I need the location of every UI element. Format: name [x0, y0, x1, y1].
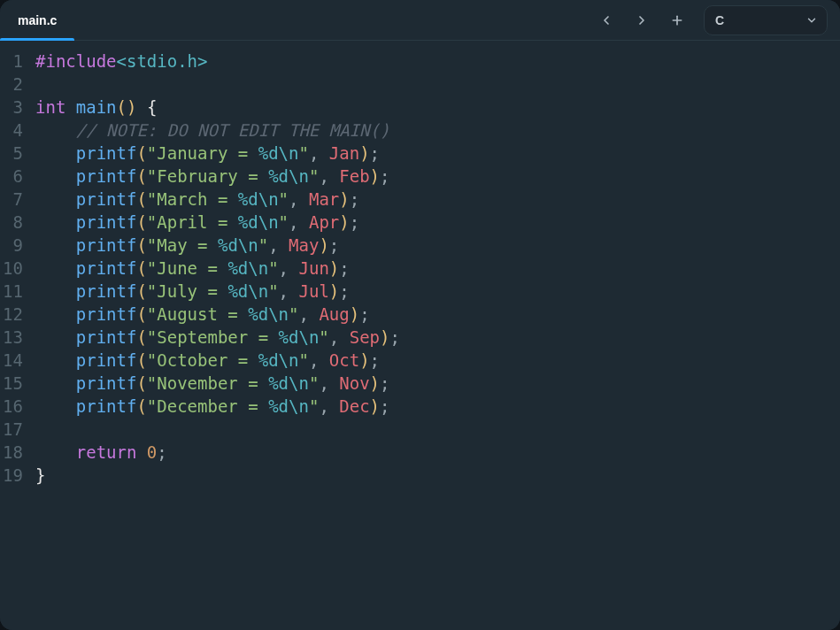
new-file-button[interactable] — [663, 6, 691, 35]
line-content[interactable]: // NOTE: DO NOT EDIT THE MAIN() — [30, 119, 389, 142]
code-line[interactable]: 5 printf("January = %d\n", Jan); — [0, 142, 829, 165]
tab-label: main.c — [18, 13, 57, 27]
code-line[interactable]: 2 — [0, 73, 829, 96]
line-number: 5 — [0, 142, 30, 165]
line-number: 12 — [0, 303, 30, 326]
nav-prev-button[interactable] — [592, 6, 620, 35]
code-line[interactable]: 4 // NOTE: DO NOT EDIT THE MAIN() — [0, 119, 829, 142]
line-content[interactable]: printf("February = %d\n", Feb); — [30, 165, 390, 188]
code-line[interactable]: 19} — [0, 464, 829, 487]
code-line[interactable]: 7 printf("March = %d\n", Mar); — [0, 188, 829, 211]
code-area[interactable]: 1#include<stdio.h>2 3int main() {4 // NO… — [0, 41, 840, 630]
code-line[interactable]: 18 return 0; — [0, 441, 829, 464]
language-select[interactable]: C — [704, 5, 828, 35]
line-content[interactable]: printf("November = %d\n", Nov); — [30, 372, 390, 395]
code-line[interactable]: 15 printf("November = %d\n", Nov); — [0, 372, 829, 395]
code-line[interactable]: 6 printf("February = %d\n", Feb); — [0, 165, 829, 188]
editor-topbar: main.c C — [0, 0, 840, 41]
line-number: 14 — [0, 349, 30, 372]
line-content[interactable]: return 0; — [30, 441, 167, 464]
code-line[interactable]: 17 — [0, 418, 829, 441]
line-content[interactable]: int main() { — [30, 96, 157, 119]
code-line[interactable]: 10 printf("June = %d\n", Jun); — [0, 257, 829, 280]
line-number: 10 — [0, 257, 30, 280]
nav-next-button[interactable] — [628, 6, 656, 35]
line-content[interactable]: printf("December = %d\n", Dec); — [30, 395, 390, 418]
file-tab-main-c[interactable]: main.c — [0, 0, 74, 40]
line-content[interactable]: printf("May = %d\n", May); — [30, 234, 339, 257]
code-content[interactable]: 1#include<stdio.h>2 3int main() {4 // NO… — [0, 50, 840, 630]
line-content[interactable]: } — [30, 464, 45, 487]
line-number: 2 — [0, 73, 30, 96]
line-content[interactable]: #include<stdio.h> — [30, 50, 207, 73]
chevron-down-icon — [805, 14, 818, 27]
line-number: 16 — [0, 395, 30, 418]
top-actions: C — [592, 5, 833, 35]
code-line[interactable]: 8 printf("April = %d\n", Apr); — [0, 211, 829, 234]
line-content[interactable]: printf("July = %d\n", Jul); — [30, 280, 350, 303]
line-content[interactable]: printf("August = %d\n", Aug); — [30, 303, 370, 326]
line-content[interactable]: printf("September = %d\n", Sep); — [30, 326, 400, 349]
chevron-right-icon — [635, 13, 649, 27]
line-content[interactable]: printf("April = %d\n", Apr); — [30, 211, 359, 234]
line-number: 17 — [0, 418, 30, 441]
chevron-left-icon — [599, 13, 613, 27]
line-number: 15 — [0, 372, 30, 395]
line-content[interactable]: printf("October = %d\n", Oct); — [30, 349, 380, 372]
line-content[interactable] — [30, 73, 45, 96]
language-label: C — [715, 13, 724, 27]
line-number: 4 — [0, 119, 30, 142]
line-content[interactable] — [30, 418, 45, 441]
line-number: 1 — [0, 50, 30, 73]
line-content[interactable]: printf("June = %d\n", Jun); — [30, 257, 350, 280]
code-line[interactable]: 12 printf("August = %d\n", Aug); — [0, 303, 829, 326]
code-editor: main.c C — [0, 0, 840, 630]
code-line[interactable]: 9 printf("May = %d\n", May); — [0, 234, 829, 257]
tabs: main.c — [0, 0, 592, 40]
line-number: 6 — [0, 165, 30, 188]
plus-icon — [670, 13, 684, 27]
line-number: 13 — [0, 326, 30, 349]
line-content[interactable]: printf("January = %d\n", Jan); — [30, 142, 380, 165]
code-line[interactable]: 3int main() { — [0, 96, 829, 119]
line-number: 9 — [0, 234, 30, 257]
line-number: 18 — [0, 441, 30, 464]
line-number: 3 — [0, 96, 30, 119]
line-number: 11 — [0, 280, 30, 303]
line-number: 7 — [0, 188, 30, 211]
line-number: 19 — [0, 464, 30, 487]
line-number: 8 — [0, 211, 30, 234]
code-line[interactable]: 1#include<stdio.h> — [0, 50, 829, 73]
code-line[interactable]: 16 printf("December = %d\n", Dec); — [0, 395, 829, 418]
code-line[interactable]: 14 printf("October = %d\n", Oct); — [0, 349, 829, 372]
code-line[interactable]: 13 printf("September = %d\n", Sep); — [0, 326, 829, 349]
line-content[interactable]: printf("March = %d\n", Mar); — [30, 188, 359, 211]
code-line[interactable]: 11 printf("July = %d\n", Jul); — [0, 280, 829, 303]
